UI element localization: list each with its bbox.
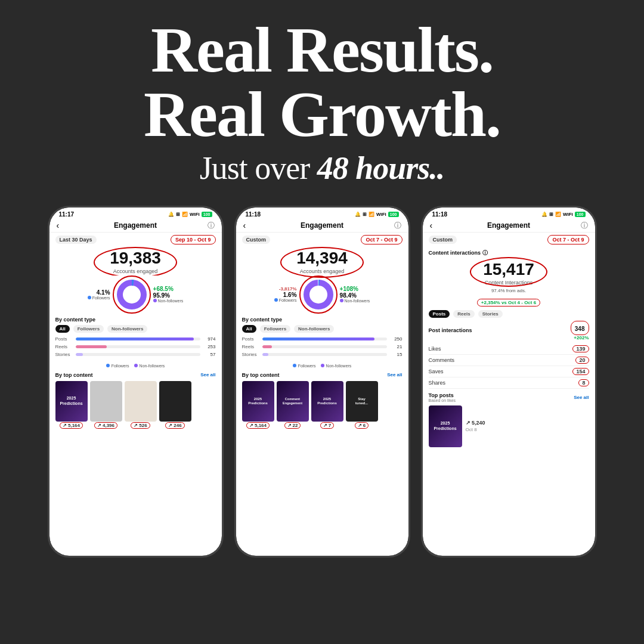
- bar-reels-2: Reels 21: [242, 344, 402, 349]
- tabs-row-2: All Followers Non-followers: [236, 324, 408, 334]
- followers-label-2: -3,817% 1.6% Followers: [274, 286, 297, 302]
- tab-posts-3[interactable]: Posts: [429, 310, 450, 318]
- nav-title-3: Engagement: [487, 221, 530, 230]
- thumb-1-3: ↗ 526: [125, 381, 157, 429]
- non-followers-label-2: +108% 98.4% Non-followers: [340, 286, 370, 303]
- thumb-count-2-2: ↗ 22: [284, 422, 301, 429]
- thumb-count-2-1: ↗ 5,164: [246, 422, 270, 429]
- stat-shares: Shares 8: [429, 377, 589, 389]
- thumb-2-1: 2025Predictions ↗ 5,164: [242, 381, 274, 429]
- period-selector-1[interactable]: Last 30 Days: [55, 236, 97, 244]
- status-bar-2: 11:18 🔔 ⊞ 📶 WiFi 100: [236, 208, 408, 219]
- phone-3: 11:18 🔔 ⊞ 📶 WiFi 100 ‹ Engagement ⓘ Cust…: [421, 206, 597, 558]
- big-number-label-2: Accounts engaged: [242, 268, 402, 274]
- tab-nonfollowers-2[interactable]: Non-followers: [294, 325, 334, 333]
- status-time-3: 11:18: [432, 211, 448, 218]
- status-time-1: 11:17: [59, 211, 75, 218]
- nav-bar-3: ‹ Engagement ⓘ: [423, 219, 595, 233]
- big-number-2: 14,394: [242, 249, 402, 268]
- post-interactions-row: Post interactions 348 +202%: [423, 319, 595, 342]
- period-selector-3[interactable]: Custom: [429, 236, 457, 244]
- comments-value: 20: [575, 357, 589, 364]
- tab-all-1[interactable]: All: [55, 325, 70, 333]
- svg-point-0: [120, 283, 144, 306]
- svg-point-2: [306, 283, 330, 306]
- date-pill-3: Oct 7 - Oct 9: [547, 235, 589, 244]
- tab-nonfollowers-1[interactable]: Non-followers: [107, 325, 147, 333]
- period-selector-2[interactable]: Custom: [242, 236, 271, 244]
- top-post-thumb: 2025Predictions: [429, 405, 462, 447]
- back-button-2[interactable]: ‹: [243, 221, 246, 230]
- tabs-row-1: All Followers Non-followers: [49, 324, 222, 334]
- back-button-3[interactable]: ‹: [430, 221, 433, 230]
- thumb-1-2: ↗ 4,396: [90, 381, 122, 429]
- post-interactions-value-wrapper: 348: [571, 321, 589, 335]
- headline-hours: 48 hours..: [317, 150, 445, 186]
- shares-value: 8: [578, 379, 589, 386]
- non-followers-label-1: +68.5% 95.9% Non-followers: [153, 286, 184, 303]
- ads-note: 97.4% from ads.: [423, 287, 595, 295]
- status-icons-1: 🔔 ⊞ 📶 WiFi 100: [168, 212, 212, 217]
- stats-list: Likes 139 Comments 20 Saves 154 Shares 8: [423, 342, 595, 390]
- followers-label-1: 4.1% Followers: [88, 289, 110, 300]
- content-interactions-section: Content interactions ⓘ: [423, 247, 595, 258]
- see-all-1[interactable]: See all: [200, 372, 215, 377]
- thumb-count-1-1: ↗ 5,164: [60, 422, 83, 429]
- content-bars-2: Posts 250 Reels 21 Stories 15: [236, 334, 408, 362]
- top-post-info: ↗ 5,240 Oct 8: [466, 420, 589, 432]
- nav-title-1: Engagement: [114, 221, 157, 230]
- thumb-count-1-4: ↗ 246: [165, 422, 184, 429]
- big-number-section-1: 19,383 Accounts engaged: [49, 247, 222, 275]
- see-all-2[interactable]: See all: [387, 372, 402, 377]
- date-row-1: Last 30 Days Sep 10 - Oct 9: [49, 233, 222, 247]
- donut-row-1: 4.1% Followers +68.5% 95.9% Non-follower…: [49, 275, 222, 314]
- legend-row-1: Followers Non-followers: [49, 362, 222, 370]
- headline-sub: Just over 48 hours..: [24, 150, 620, 187]
- big-number-section-3: 15,417 Content Interactions: [423, 258, 595, 287]
- tab-followers-1[interactable]: Followers: [73, 325, 104, 333]
- thumb-count-2-3: ↗ 7: [320, 422, 334, 429]
- back-button-1[interactable]: ‹: [57, 221, 60, 230]
- headline-section: Real Results. Real Growth. Just over 48 …: [0, 0, 644, 193]
- thumb-2-4: Staytuned... ↗ 6: [346, 381, 378, 429]
- tab-followers-2[interactable]: Followers: [260, 325, 290, 333]
- headline-line2: Real Growth.: [144, 79, 500, 150]
- thumb-count-1-2: ↗ 4,396: [94, 422, 117, 429]
- thumb-2-3: 2025Predictions ↗ 7: [311, 381, 343, 429]
- headline-line1: Real Results.: [151, 14, 493, 85]
- tab-all-2[interactable]: All: [242, 325, 256, 333]
- info-icon-1[interactable]: ⓘ: [208, 221, 215, 231]
- legend-row-2: Followers Non-followers: [236, 362, 408, 370]
- top-content-header-1: By top content See all: [49, 370, 222, 379]
- top-content-header-2: By top content See all: [236, 370, 408, 379]
- bar-reels-1: Reels 253: [55, 344, 216, 349]
- top-posts-header: Top posts Based on likes See all: [423, 390, 595, 403]
- donut-row-2: -3,817% 1.6% Followers +108% 98.4% Non-f…: [236, 275, 408, 314]
- status-bar-3: 11:18 🔔 ⊞ 📶 WiFi 100: [423, 208, 595, 219]
- section-header-2: By content type: [236, 314, 408, 324]
- thumb-1-4: ↗ 246: [159, 381, 191, 429]
- info-icon-3[interactable]: ⓘ: [581, 221, 588, 231]
- saves-value: 154: [572, 368, 589, 375]
- donut-chart-2: [302, 278, 335, 311]
- thumb-2-2: CommentEngagement ↗ 22: [277, 381, 309, 429]
- bar-stories-1: Stories 57: [55, 352, 216, 357]
- see-all-3[interactable]: See all: [574, 395, 589, 400]
- status-icons-2: 🔔 ⊞ 📶 WiFi 100: [355, 212, 399, 217]
- status-bar-1: 11:17 🔔 ⊞ 📶 WiFi 100: [49, 208, 222, 219]
- stat-comments: Comments 20: [429, 355, 589, 366]
- donut-svg-1: [115, 278, 148, 311]
- section-header-1: By content type: [49, 314, 222, 324]
- nav-bar-1: ‹ Engagement ⓘ: [49, 219, 222, 233]
- thumb-1-1: 2025Predictions ↗ 5,164: [55, 381, 88, 429]
- stat-likes: Likes 139: [429, 343, 589, 355]
- bar-posts-2: Posts 250: [242, 336, 402, 342]
- big-number-section-2: 14,394 Accounts engaged: [236, 247, 408, 275]
- date-row-2: Custom Oct 7 - Oct 9: [236, 233, 408, 247]
- tab-reels-3[interactable]: Reels: [453, 310, 474, 318]
- ci-title: Content interactions ⓘ: [429, 249, 589, 257]
- status-time-2: 11:18: [246, 211, 261, 218]
- tab-stories-3[interactable]: Stories: [478, 310, 503, 318]
- phone-1: 11:17 🔔 ⊞ 📶 WiFi 100 ‹ Engagement ⓘ Last…: [48, 206, 224, 558]
- info-icon-2[interactable]: ⓘ: [394, 221, 401, 231]
